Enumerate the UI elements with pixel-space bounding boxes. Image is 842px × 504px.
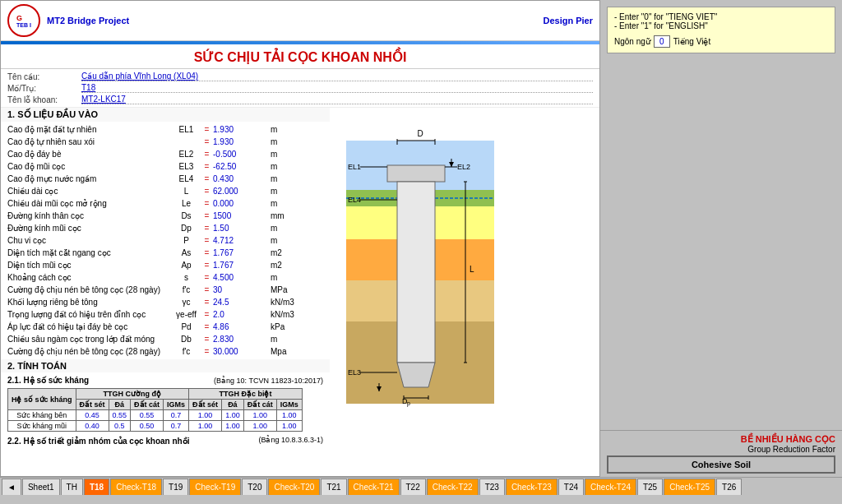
data-label-2: Cao độ đáy bè (7, 149, 172, 160)
data-label-8: Đường kính mũi cọc (7, 223, 172, 234)
tab-T18[interactable]: T18 (84, 479, 109, 495)
data-eq-17: = (201, 334, 213, 344)
lang-hint1: - Enter "0" for "TIENG VIET" (614, 12, 828, 21)
tab-Sheet1[interactable]: Sheet1 (22, 479, 60, 495)
data-label-5: Chiều dài cọc (7, 186, 172, 197)
cohesive-soil-box: Cohesive Soil (607, 455, 835, 474)
data-eq-3: = (201, 161, 213, 172)
tab-Check_T19[interactable]: Check-T19 (189, 479, 241, 495)
data-rows: Cao độ mặt đất tự nhiên EL1 = 1.930 m Ca… (1, 122, 330, 359)
tab-Check_T23[interactable]: Check-T23 (506, 479, 557, 495)
th-daa: Đá (109, 400, 131, 410)
data-label-0: Cao độ mặt đất tự nhiên (7, 124, 172, 135)
data-sym-12: s (172, 272, 201, 283)
td-mui-igmsa: 0.7 (164, 421, 189, 432)
table-row-mui: Sức kháng mũi 0.40 0.5 0.50 0.7 1.00 1.0… (8, 421, 303, 432)
data-label-18: Cường độ chịu nén bê tông cọc (28 ngày) (7, 346, 172, 357)
data-sym-2: EL2 (172, 149, 201, 160)
data-unit-15: kN/m3 (271, 309, 294, 320)
data-eq-11: = (201, 260, 213, 270)
EL3-label: EL3 (348, 368, 361, 377)
data-unit-17: m (271, 334, 277, 344)
data-unit-1: m (271, 136, 277, 147)
pile-tip (397, 363, 435, 387)
ten-cau-row: Tên cầu: Cầu dẫn phía Vĩnh Long (XL04) (7, 71, 593, 82)
tab-T19[interactable]: T19 (163, 479, 188, 495)
data-val-4: 0.430 (213, 173, 271, 184)
logo: G TEB I (7, 4, 40, 37)
data-sym-13: f'c (172, 284, 201, 295)
data-unit-10: m2 (271, 247, 282, 258)
data-unit-7: mm (271, 210, 285, 221)
data-eq-12: = (201, 272, 213, 283)
data-unit-9: m (271, 235, 277, 246)
td-ben-daa: 0.55 (109, 410, 131, 421)
tab-Check_T25[interactable]: Check-T25 (664, 479, 715, 495)
data-unit-12: m (271, 272, 277, 283)
design-label: Design Pier (543, 16, 593, 25)
tab-T22[interactable]: T22 (400, 479, 426, 495)
pile-diagram: D EL2 EL1 EL4 (330, 108, 599, 449)
tab-Check_T20[interactable]: Check-T20 (268, 479, 320, 495)
tab-T20[interactable]: T20 (242, 479, 267, 495)
lang-row: Ngôn ngữ Tiếng Việt (614, 35, 828, 48)
D-label: D (417, 129, 423, 138)
tab-T24[interactable]: T24 (558, 479, 584, 495)
data-row-10: Diện tích mặt cắt ngang cọc As = 1.767 m… (7, 247, 323, 259)
EL2-label: EL2 (457, 163, 470, 171)
data-val-2: -0.500 (213, 149, 271, 160)
EL1-label: EL1 (348, 163, 361, 171)
data-row-3: Cao độ mũi cọc EL3 = -62.50 m (7, 160, 323, 173)
td-ben-datseta: 0.45 (76, 410, 109, 421)
data-label-9: Chu vi cọc (7, 235, 172, 246)
data-row-12: Khoảng cách cọc s = 4.500 m (7, 271, 323, 284)
lang-input[interactable] (654, 35, 670, 48)
data-label-4: Cao độ mực nước ngầm (7, 173, 172, 184)
tab-T26[interactable]: T26 (716, 479, 742, 495)
content-area: 1. SỐ LIỆU ĐẦU VÀO Cao độ mặt đất tự nhi… (1, 108, 599, 449)
main-title: SỨC CHỊU TẢI CỌC KHOAN NHỒI (1, 44, 599, 69)
tab-Check_T21[interactable]: Check-T21 (348, 479, 400, 495)
tab-_[interactable]: ◄ (2, 479, 21, 495)
data-unit-18: Mpa (271, 346, 286, 357)
project-info: Tên cầu: Cầu dẫn phía Vĩnh Long (XL04) M… (1, 69, 599, 108)
table-row-ben: Sức kháng bên 0.45 0.55 0.55 0.7 1.00 1.… (8, 410, 303, 421)
data-label-7: Đường kính thân cọc (7, 210, 172, 221)
section1-header: 1. SỐ LIỆU ĐẦU VÀO (1, 108, 330, 122)
tab-Check_T22[interactable]: Check-T22 (427, 479, 479, 495)
data-val-16: 4.86 (213, 321, 271, 332)
lang-label: Ngôn ngữ (614, 37, 650, 46)
data-row-6: Chiều dài mũi cọc mở rộng Le = 0.000 m (7, 197, 323, 210)
data-eq-10: = (201, 247, 213, 258)
data-unit-2: m (271, 149, 277, 160)
data-unit-16: kPa (271, 321, 285, 332)
td-mui-datcatb: 1.00 (243, 421, 276, 432)
pile-cap (387, 165, 445, 182)
data-eq-13: = (201, 284, 213, 295)
td-ben-datcatb: 1.00 (243, 410, 276, 421)
tab-Check_T18[interactable]: Check-T18 (110, 479, 162, 495)
tab-TH[interactable]: TH (61, 479, 83, 495)
data-row-8: Đường kính mũi cọc Dp = 1.50 m (7, 222, 323, 234)
data-val-7: 1500 (213, 210, 271, 221)
data-label-14: Khối lượng riêng bê tông (7, 297, 172, 307)
data-eq-0: = (201, 124, 213, 135)
data-val-6: 0.000 (213, 198, 271, 209)
td-ben-igmsa: 0.7 (164, 410, 189, 421)
tab-T21[interactable]: T21 (321, 479, 346, 495)
td-mui-dab: 1.00 (222, 421, 244, 432)
data-unit-6: m (271, 198, 277, 209)
tab-T23[interactable]: T23 (479, 479, 505, 495)
tab-T25[interactable]: T25 (637, 479, 663, 495)
th-dacbiet: TTGH Đặc biệt (189, 389, 303, 400)
doc-header: G TEB I MT2 Bridge Project Design Pier (1, 1, 599, 41)
data-eq-15: = (201, 309, 213, 320)
data-label-13: Cường độ chịu nén bê tông cọc (28 ngày) (7, 284, 172, 295)
data-sym-8: Dp (172, 223, 201, 234)
data-unit-14: kN/m3 (271, 297, 294, 307)
data-sym-7: Ds (172, 210, 201, 221)
data-val-8: 1.50 (213, 223, 271, 234)
tab-Check_T24[interactable]: Check-T24 (585, 479, 636, 495)
th-igmsa: IGMs (164, 400, 189, 410)
data-sym-14: γc (172, 297, 201, 307)
